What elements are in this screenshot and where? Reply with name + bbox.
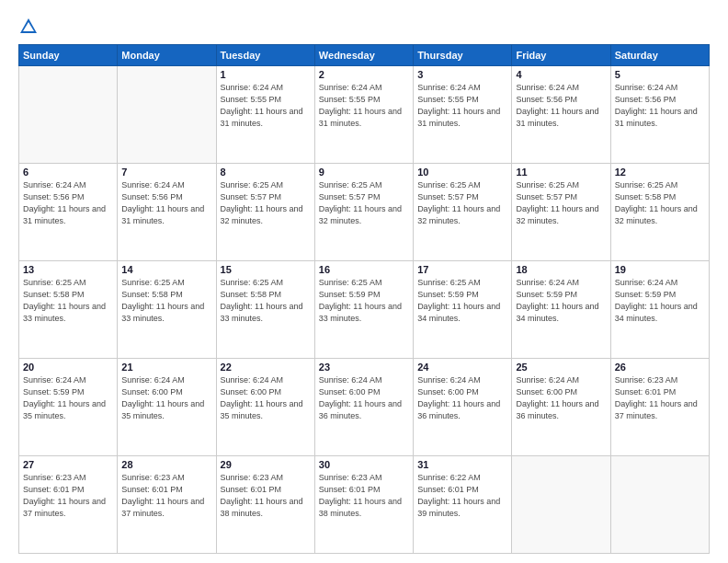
day-number: 8 [221,167,311,178]
day-cell: 31Sunrise: 6:22 AM Sunset: 6:01 PM Dayli… [414,456,512,554]
day-number: 2 [319,69,409,80]
day-info: Sunrise: 6:24 AM Sunset: 5:56 PM Dayligh… [23,179,113,227]
day-info: Sunrise: 6:24 AM Sunset: 5:55 PM Dayligh… [319,82,409,130]
weekday-header-tuesday: Tuesday [216,45,314,66]
day-cell: 23Sunrise: 6:24 AM Sunset: 6:00 PM Dayli… [314,359,413,456]
day-number: 18 [516,264,606,275]
day-cell: 15Sunrise: 6:25 AM Sunset: 5:58 PM Dayli… [216,261,314,359]
day-number: 29 [221,459,311,470]
day-cell: 30Sunrise: 6:23 AM Sunset: 6:01 PM Dayli… [314,456,413,554]
week-row-2: 6Sunrise: 6:24 AM Sunset: 5:56 PM Daylig… [19,164,710,261]
week-row-5: 27Sunrise: 6:23 AM Sunset: 6:01 PM Dayli… [19,456,710,554]
day-info: Sunrise: 6:23 AM Sunset: 6:01 PM Dayligh… [221,472,311,520]
week-row-4: 20Sunrise: 6:24 AM Sunset: 5:59 PM Dayli… [19,359,710,456]
day-cell: 9Sunrise: 6:25 AM Sunset: 5:57 PM Daylig… [314,164,413,261]
day-cell: 7Sunrise: 6:24 AM Sunset: 5:56 PM Daylig… [118,164,216,261]
day-cell: 29Sunrise: 6:23 AM Sunset: 6:01 PM Dayli… [216,456,314,554]
day-info: Sunrise: 6:24 AM Sunset: 5:55 PM Dayligh… [417,82,507,130]
day-info: Sunrise: 6:23 AM Sunset: 6:01 PM Dayligh… [121,472,211,520]
day-info: Sunrise: 6:23 AM Sunset: 6:01 PM Dayligh… [319,472,409,520]
day-cell: 17Sunrise: 6:25 AM Sunset: 5:59 PM Dayli… [414,261,512,359]
day-cell: 13Sunrise: 6:25 AM Sunset: 5:58 PM Dayli… [19,261,118,359]
day-number: 14 [121,264,211,275]
day-cell: 14Sunrise: 6:25 AM Sunset: 5:58 PM Dayli… [118,261,216,359]
day-number: 22 [221,362,311,373]
day-cell [512,456,610,554]
day-cell: 3Sunrise: 6:24 AM Sunset: 5:55 PM Daylig… [414,66,512,164]
calendar-table: SundayMondayTuesdayWednesdayThursdayFrid… [18,44,710,554]
day-info: Sunrise: 6:24 AM Sunset: 6:00 PM Dayligh… [121,374,211,422]
day-number: 28 [121,459,211,470]
day-cell: 6Sunrise: 6:24 AM Sunset: 5:56 PM Daylig… [19,164,118,261]
weekday-header-thursday: Thursday [414,45,512,66]
day-info: Sunrise: 6:25 AM Sunset: 5:58 PM Dayligh… [615,179,705,227]
day-number: 25 [516,362,606,373]
day-cell: 16Sunrise: 6:25 AM Sunset: 5:59 PM Dayli… [314,261,413,359]
day-number: 10 [417,167,507,178]
day-info: Sunrise: 6:25 AM Sunset: 5:57 PM Dayligh… [516,179,606,227]
day-number: 31 [417,459,507,470]
day-cell: 27Sunrise: 6:23 AM Sunset: 6:01 PM Dayli… [19,456,118,554]
weekday-header-row: SundayMondayTuesdayWednesdayThursdayFrid… [19,45,710,66]
day-cell: 12Sunrise: 6:25 AM Sunset: 5:58 PM Dayli… [610,164,709,261]
day-info: Sunrise: 6:24 AM Sunset: 6:00 PM Dayligh… [417,374,507,422]
day-cell [118,66,216,164]
day-cell: 24Sunrise: 6:24 AM Sunset: 6:00 PM Dayli… [414,359,512,456]
day-number: 26 [615,362,705,373]
day-info: Sunrise: 6:25 AM Sunset: 5:58 PM Dayligh… [23,277,113,325]
day-cell: 11Sunrise: 6:25 AM Sunset: 5:57 PM Dayli… [512,164,610,261]
day-info: Sunrise: 6:25 AM Sunset: 5:57 PM Dayligh… [221,179,311,227]
day-cell: 5Sunrise: 6:24 AM Sunset: 5:56 PM Daylig… [610,66,709,164]
day-cell: 10Sunrise: 6:25 AM Sunset: 5:57 PM Dayli… [414,164,512,261]
day-number: 19 [615,264,705,275]
week-row-1: 1Sunrise: 6:24 AM Sunset: 5:55 PM Daylig… [19,66,710,164]
day-number: 27 [23,459,113,470]
weekday-header-sunday: Sunday [19,45,118,66]
day-cell: 28Sunrise: 6:23 AM Sunset: 6:01 PM Dayli… [118,456,216,554]
day-number: 20 [23,362,113,373]
day-number: 1 [221,69,311,80]
day-number: 23 [319,362,409,373]
day-info: Sunrise: 6:24 AM Sunset: 5:59 PM Dayligh… [516,277,606,325]
day-cell: 25Sunrise: 6:24 AM Sunset: 6:00 PM Dayli… [512,359,610,456]
day-info: Sunrise: 6:25 AM Sunset: 5:58 PM Dayligh… [121,277,211,325]
day-number: 11 [516,167,606,178]
day-number: 30 [319,459,409,470]
day-cell: 26Sunrise: 6:23 AM Sunset: 6:01 PM Dayli… [610,359,709,456]
day-info: Sunrise: 6:24 AM Sunset: 6:00 PM Dayligh… [221,374,311,422]
page: SundayMondayTuesdayWednesdayThursdayFrid… [0,0,728,563]
logo [18,17,42,37]
day-number: 7 [121,167,211,178]
day-number: 4 [516,69,606,80]
weekday-header-saturday: Saturday [610,45,709,66]
day-info: Sunrise: 6:25 AM Sunset: 5:57 PM Dayligh… [319,179,409,227]
day-cell: 20Sunrise: 6:24 AM Sunset: 5:59 PM Dayli… [19,359,118,456]
day-number: 21 [121,362,211,373]
day-number: 17 [417,264,507,275]
day-info: Sunrise: 6:24 AM Sunset: 5:55 PM Dayligh… [221,82,311,130]
weekday-header-friday: Friday [512,45,610,66]
weekday-header-wednesday: Wednesday [314,45,413,66]
day-cell [19,66,118,164]
day-number: 24 [417,362,507,373]
logo-icon [18,17,39,37]
day-info: Sunrise: 6:24 AM Sunset: 5:56 PM Dayligh… [516,82,606,130]
day-cell: 19Sunrise: 6:24 AM Sunset: 5:59 PM Dayli… [610,261,709,359]
day-info: Sunrise: 6:24 AM Sunset: 5:56 PM Dayligh… [121,179,211,227]
day-info: Sunrise: 6:24 AM Sunset: 6:00 PM Dayligh… [516,374,606,422]
day-cell: 4Sunrise: 6:24 AM Sunset: 5:56 PM Daylig… [512,66,610,164]
day-number: 5 [615,69,705,80]
day-number: 6 [23,167,113,178]
week-row-3: 13Sunrise: 6:25 AM Sunset: 5:58 PM Dayli… [19,261,710,359]
day-cell: 22Sunrise: 6:24 AM Sunset: 6:00 PM Dayli… [216,359,314,456]
day-info: Sunrise: 6:22 AM Sunset: 6:01 PM Dayligh… [417,472,507,520]
day-number: 15 [221,264,311,275]
day-cell: 1Sunrise: 6:24 AM Sunset: 5:55 PM Daylig… [216,66,314,164]
day-cell: 21Sunrise: 6:24 AM Sunset: 6:00 PM Dayli… [118,359,216,456]
day-info: Sunrise: 6:24 AM Sunset: 6:00 PM Dayligh… [319,374,409,422]
day-cell: 8Sunrise: 6:25 AM Sunset: 5:57 PM Daylig… [216,164,314,261]
day-number: 16 [319,264,409,275]
day-info: Sunrise: 6:25 AM Sunset: 5:58 PM Dayligh… [221,277,311,325]
weekday-header-monday: Monday [118,45,216,66]
day-info: Sunrise: 6:25 AM Sunset: 5:59 PM Dayligh… [417,277,507,325]
